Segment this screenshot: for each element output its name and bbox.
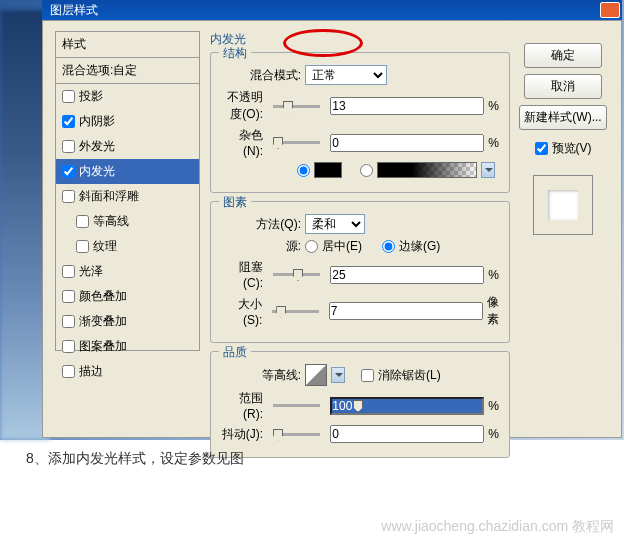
range-slider[interactable] — [273, 404, 320, 407]
size-label: 大小(S): — [221, 296, 262, 327]
style-pattern-overlay[interactable]: 图案叠加 — [56, 334, 199, 359]
blend-options-default[interactable]: 混合选项:自定 — [56, 58, 199, 84]
checkbox-gradient-overlay[interactable] — [62, 315, 75, 328]
inner-glow-panel: 内发光 结构 混合模式: 正常 不透明度(O): % 杂色(N): % — [210, 31, 510, 466]
contour-label: 等高线: — [221, 367, 301, 384]
style-outer-glow[interactable]: 外发光 — [56, 134, 199, 159]
source-edge-label: 边缘(G) — [399, 238, 440, 255]
structure-title: 结构 — [219, 45, 251, 62]
size-input[interactable] — [329, 302, 483, 320]
blend-mode-label: 混合模式: — [221, 67, 301, 84]
jitter-label: 抖动(J): — [221, 426, 263, 443]
window-titlebar: 图层样式 — [42, 0, 622, 20]
style-inner-glow[interactable]: 内发光 — [56, 159, 199, 184]
preview-swatch — [533, 175, 593, 235]
opacity-input[interactable] — [330, 97, 484, 115]
checkbox-pattern-overlay[interactable] — [62, 340, 75, 353]
source-edge-radio[interactable] — [382, 240, 395, 253]
styles-list-panel: 样式 混合选项:自定 投影 内阴影 外发光 内发光 斜面和浮雕 等高线 纹理 光… — [55, 31, 200, 351]
source-center-radio[interactable] — [305, 240, 318, 253]
antialias-label: 消除锯齿(L) — [378, 367, 441, 384]
checkbox-contour[interactable] — [76, 215, 89, 228]
checkbox-stroke[interactable] — [62, 365, 75, 378]
title-text: 图层样式 — [42, 0, 622, 21]
technique-label: 方法(Q): — [221, 216, 301, 233]
color-gradient-radio[interactable] — [360, 164, 373, 177]
source-center-label: 居中(E) — [322, 238, 362, 255]
choke-slider[interactable] — [273, 273, 320, 276]
checkbox-bevel[interactable] — [62, 190, 75, 203]
noise-slider[interactable] — [273, 141, 320, 144]
choke-input[interactable] — [330, 266, 484, 284]
checkbox-inner-shadow[interactable] — [62, 115, 75, 128]
jitter-unit: % — [488, 427, 499, 441]
style-color-overlay[interactable]: 颜色叠加 — [56, 284, 199, 309]
elements-title: 图素 — [219, 194, 251, 211]
ok-button[interactable]: 确定 — [524, 43, 602, 68]
dialog-buttons: 确定 取消 新建样式(W)... 预览(V) — [519, 43, 607, 235]
technique-select[interactable]: 柔和 — [305, 214, 365, 234]
style-bevel-emboss[interactable]: 斜面和浮雕 — [56, 184, 199, 209]
checkbox-texture[interactable] — [76, 240, 89, 253]
style-contour[interactable]: 等高线 — [56, 209, 199, 234]
style-inner-shadow[interactable]: 内阴影 — [56, 109, 199, 134]
noise-label: 杂色(N): — [221, 127, 263, 158]
source-label: 源: — [221, 238, 301, 255]
range-label: 范围(R): — [221, 390, 263, 421]
styles-header[interactable]: 样式 — [56, 32, 199, 58]
gradient-picker[interactable] — [377, 162, 477, 178]
gradient-dropdown-icon[interactable] — [481, 162, 495, 178]
new-style-button[interactable]: 新建样式(W)... — [519, 105, 607, 130]
opacity-label: 不透明度(O): — [221, 89, 263, 123]
jitter-input[interactable] — [330, 425, 484, 443]
checkbox-color-overlay[interactable] — [62, 290, 75, 303]
checkbox-drop-shadow[interactable] — [62, 90, 75, 103]
style-satin[interactable]: 光泽 — [56, 259, 199, 284]
panel-title: 内发光 — [210, 31, 510, 48]
style-gradient-overlay[interactable]: 渐变叠加 — [56, 309, 199, 334]
close-icon[interactable] — [600, 2, 620, 18]
cancel-button[interactable]: 取消 — [524, 74, 602, 99]
style-drop-shadow[interactable]: 投影 — [56, 84, 199, 109]
step-caption: 8、添加内发光样式，设定参数见图 — [26, 450, 244, 468]
color-swatch[interactable] — [314, 162, 342, 178]
opacity-slider[interactable] — [273, 105, 320, 108]
quality-title: 品质 — [219, 344, 251, 361]
jitter-slider[interactable] — [273, 433, 320, 436]
layer-style-dialog: 样式 混合选项:自定 投影 内阴影 外发光 内发光 斜面和浮雕 等高线 纹理 光… — [42, 20, 622, 438]
watermark-text: www.jiaocheng.chazidian.com 教程网 — [381, 518, 614, 536]
size-unit: 像素 — [487, 294, 499, 328]
noise-input[interactable] — [330, 134, 484, 152]
color-solid-radio[interactable] — [297, 164, 310, 177]
choke-unit: % — [488, 268, 499, 282]
quality-group: 品质 等高线: 消除锯齿(L) 范围(R): % 抖动(J): % — [210, 351, 510, 458]
antialias-checkbox[interactable] — [361, 369, 374, 382]
contour-dropdown-icon[interactable] — [331, 367, 345, 383]
preview-checkbox[interactable] — [535, 142, 548, 155]
contour-picker[interactable] — [305, 364, 327, 386]
structure-group: 结构 混合模式: 正常 不透明度(O): % 杂色(N): % — [210, 52, 510, 193]
checkbox-satin[interactable] — [62, 265, 75, 278]
preview-label: 预览(V) — [552, 140, 592, 157]
choke-label: 阻塞(C): — [221, 259, 263, 290]
noise-unit: % — [488, 136, 499, 150]
preview-inner — [548, 190, 578, 220]
style-stroke[interactable]: 描边 — [56, 359, 199, 384]
checkbox-outer-glow[interactable] — [62, 140, 75, 153]
elements-group: 图素 方法(Q): 柔和 源: 居中(E) 边缘(G) 阻塞(C): % 大小(… — [210, 201, 510, 343]
style-texture[interactable]: 纹理 — [56, 234, 199, 259]
checkbox-inner-glow[interactable] — [62, 165, 75, 178]
size-slider[interactable] — [272, 310, 318, 313]
range-unit: % — [488, 399, 499, 413]
blend-mode-select[interactable]: 正常 — [305, 65, 387, 85]
opacity-unit: % — [488, 99, 499, 113]
